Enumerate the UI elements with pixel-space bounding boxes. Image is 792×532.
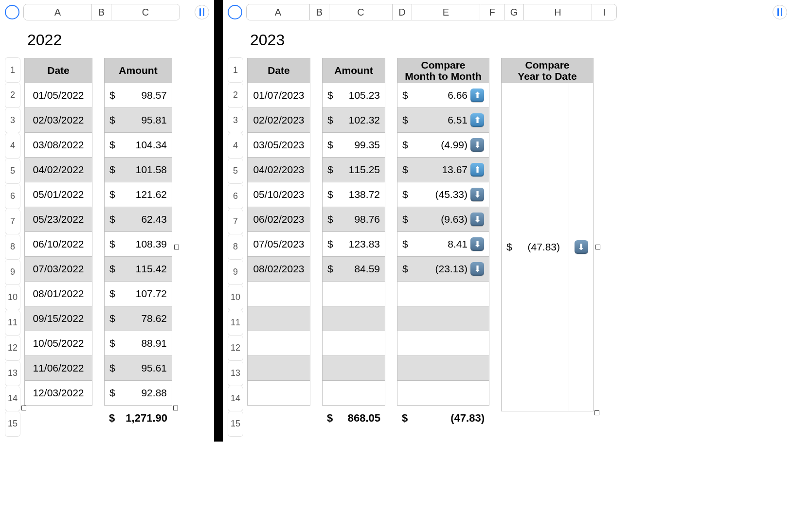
date-cell[interactable]: 03/05/2023: [247, 132, 310, 158]
compare-header[interactable]: CompareMonth to Month: [397, 58, 489, 83]
table-handle-circle-icon[interactable]: [5, 5, 19, 19]
amount-total[interactable]: $1,271.90: [104, 406, 172, 431]
row-number[interactable]: 2: [228, 83, 243, 108]
col-header-D[interactable]: D: [393, 4, 412, 20]
amount-cell-empty[interactable]: [322, 355, 385, 381]
row-number[interactable]: 5: [5, 159, 20, 184]
date-cell[interactable]: 01/05/2022: [24, 83, 92, 108]
row-number[interactable]: 3: [228, 108, 243, 133]
amount-cell[interactable]: $104.34: [104, 132, 172, 158]
date-header[interactable]: Date: [24, 58, 92, 83]
col-header-C[interactable]: C: [329, 4, 393, 20]
compare-cell-empty[interactable]: [397, 306, 489, 331]
compare-cell[interactable]: $6.51⬆: [397, 107, 489, 133]
date-cell[interactable]: 07/05/2023: [247, 231, 310, 257]
table-handle-circle-icon[interactable]: [228, 5, 242, 19]
amount-cell[interactable]: $101.58: [104, 157, 172, 182]
resize-handle-icon[interactable]: [21, 406, 26, 410]
row-number[interactable]: 11: [228, 310, 243, 336]
row-number[interactable]: 10: [228, 285, 243, 310]
ytd-value-cell[interactable]: $(47.83)⬇: [501, 83, 594, 411]
row-number[interactable]: 7: [5, 209, 20, 234]
columns-handle-icon[interactable]: [773, 5, 787, 19]
date-cell[interactable]: 06/02/2023: [247, 207, 310, 232]
amount-cell[interactable]: $92.88: [104, 380, 172, 406]
date-cell[interactable]: 11/06/2022: [24, 355, 92, 381]
date-cell[interactable]: 01/07/2023: [247, 83, 310, 108]
col-header-F[interactable]: F: [480, 4, 504, 20]
compare-cell-empty[interactable]: [397, 281, 489, 306]
row-number[interactable]: 6: [5, 184, 20, 209]
row-number[interactable]: 14: [228, 386, 243, 411]
row-number[interactable]: 15: [228, 411, 243, 437]
column-headers-right[interactable]: A B C D E F G H I: [246, 4, 617, 20]
row-number[interactable]: 1: [5, 57, 20, 83]
amount-cell[interactable]: $123.83: [322, 231, 385, 257]
col-header-G[interactable]: G: [504, 4, 524, 20]
resize-handle-icon[interactable]: [173, 406, 178, 410]
date-cell[interactable]: 05/10/2023: [247, 182, 310, 207]
compare-cell[interactable]: $13.67⬆: [397, 157, 489, 182]
column-headers-left[interactable]: A B C: [23, 4, 180, 20]
amount-header[interactable]: Amount: [322, 58, 385, 83]
row-number[interactable]: 3: [5, 108, 20, 133]
date-cell[interactable]: 08/01/2022: [24, 281, 92, 306]
amount-cell[interactable]: $78.62: [104, 306, 172, 331]
selection-handle-icon[interactable]: [174, 245, 179, 249]
amount-cell[interactable]: $102.32: [322, 107, 385, 133]
col-header-H[interactable]: H: [524, 4, 592, 20]
compare-total[interactable]: $(47.83): [397, 406, 489, 431]
amount-cell[interactable]: $107.72: [104, 281, 172, 306]
date-cell[interactable]: 07/03/2022: [24, 256, 92, 282]
row-number[interactable]: 8: [228, 234, 243, 260]
compare-cell[interactable]: $(23.13)⬇: [397, 256, 489, 282]
row-number[interactable]: 8: [5, 234, 20, 260]
columns-handle-icon[interactable]: [195, 5, 209, 19]
date-cell[interactable]: 09/15/2022: [24, 306, 92, 331]
row-number[interactable]: 9: [228, 260, 243, 285]
row-number[interactable]: 10: [5, 285, 20, 310]
amount-cell[interactable]: $108.39: [104, 231, 172, 257]
date-cell-empty[interactable]: [247, 281, 310, 306]
date-cell[interactable]: 12/03/2022: [24, 380, 92, 406]
amount-cell-empty[interactable]: [322, 380, 385, 406]
amount-cell[interactable]: $95.81: [104, 107, 172, 133]
row-number[interactable]: 2: [5, 83, 20, 108]
amount-cell[interactable]: $121.62: [104, 182, 172, 207]
compare-cell[interactable]: $6.66⬆: [397, 83, 489, 108]
compare-cell[interactable]: $(45.33)⬇: [397, 182, 489, 207]
row-number[interactable]: 7: [228, 209, 243, 234]
resize-handle-icon[interactable]: [594, 410, 599, 415]
row-number[interactable]: 11: [5, 310, 20, 336]
amount-cell[interactable]: $115.25: [322, 157, 385, 182]
compare-cell[interactable]: $8.41⬇: [397, 231, 489, 257]
row-number[interactable]: 5: [228, 159, 243, 184]
row-number[interactable]: 12: [228, 336, 243, 361]
col-header-A[interactable]: A: [24, 4, 92, 20]
date-cell-empty[interactable]: [247, 306, 310, 331]
date-cell[interactable]: 02/03/2022: [24, 107, 92, 133]
col-header-E[interactable]: E: [412, 4, 480, 20]
row-number[interactable]: 13: [5, 361, 20, 386]
amount-cell[interactable]: $98.76: [322, 207, 385, 232]
amount-cell-empty[interactable]: [322, 331, 385, 356]
amount-cell[interactable]: $115.42: [104, 256, 172, 282]
ytd-header[interactable]: CompareYear to Date: [501, 58, 594, 83]
amount-cell[interactable]: $105.23: [322, 83, 385, 108]
compare-cell[interactable]: $(4.99)⬇: [397, 132, 489, 158]
amount-cell[interactable]: $138.72: [322, 182, 385, 207]
date-cell-empty[interactable]: [247, 380, 310, 406]
date-cell-empty[interactable]: [247, 331, 310, 356]
date-cell[interactable]: 06/10/2022: [24, 231, 92, 257]
date-cell[interactable]: 04/02/2022: [24, 157, 92, 182]
selection-handle-icon[interactable]: [595, 245, 600, 249]
row-number[interactable]: 15: [5, 411, 20, 437]
date-cell[interactable]: 03/08/2022: [24, 132, 92, 158]
date-header[interactable]: Date: [247, 58, 310, 83]
compare-cell-empty[interactable]: [397, 355, 489, 381]
compare-cell-empty[interactable]: [397, 331, 489, 356]
col-header-C[interactable]: C: [111, 4, 180, 20]
row-number[interactable]: 14: [5, 386, 20, 411]
amount-cell[interactable]: $62.43: [104, 207, 172, 232]
row-number[interactable]: 9: [5, 260, 20, 285]
